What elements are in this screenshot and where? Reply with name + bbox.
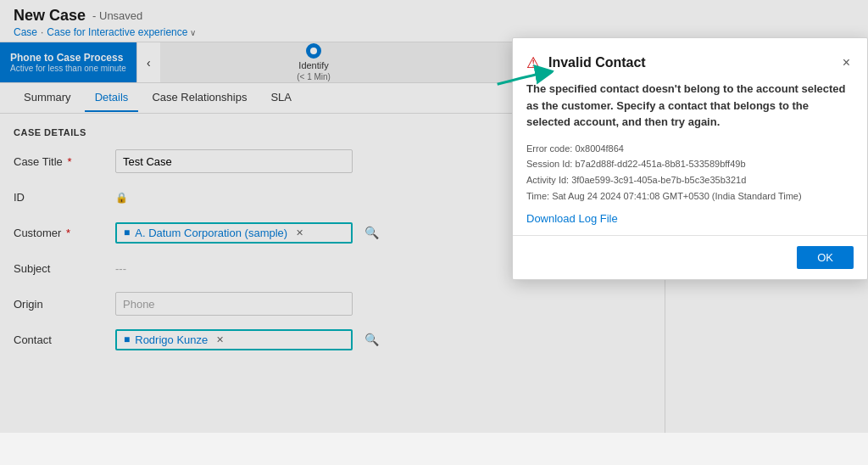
- dialog-activity-id: Activity Id: 3f0ae599-3c91-405a-be7b-b5c…: [526, 172, 854, 188]
- dialog-details: Error code: 0x8004f864 Session Id: b7a2d…: [526, 141, 854, 204]
- dialog-body: The specified contact doesn't belong to …: [513, 81, 867, 235]
- arrow-indicator: [495, 53, 546, 106]
- dialog-error-code: Error code: 0x8004f864: [526, 141, 854, 157]
- dialog-footer: OK: [513, 235, 867, 279]
- dialog-header: ⚠ Invalid Contact ×: [513, 38, 867, 81]
- invalid-contact-dialog: ⚠ Invalid Contact × The specified contac…: [512, 37, 868, 280]
- main-content: CASE DETAILS Case Title * ID 🔒 Customer …: [0, 114, 868, 433]
- dialog-title: Invalid Contact: [548, 55, 831, 70]
- dialog-download-log[interactable]: Download Log File: [526, 212, 854, 225]
- dialog-session-id: Session Id: b7a2d88f-dd22-451a-8b81-5335…: [526, 156, 854, 172]
- dialog-message: The specified contact doesn't belong to …: [526, 81, 854, 131]
- dialog-time: Time: Sat Aug 24 2024 07:41:08 GMT+0530 …: [526, 188, 854, 204]
- dialog-close-button[interactable]: ×: [839, 52, 854, 74]
- dialog-ok-button[interactable]: OK: [797, 246, 854, 269]
